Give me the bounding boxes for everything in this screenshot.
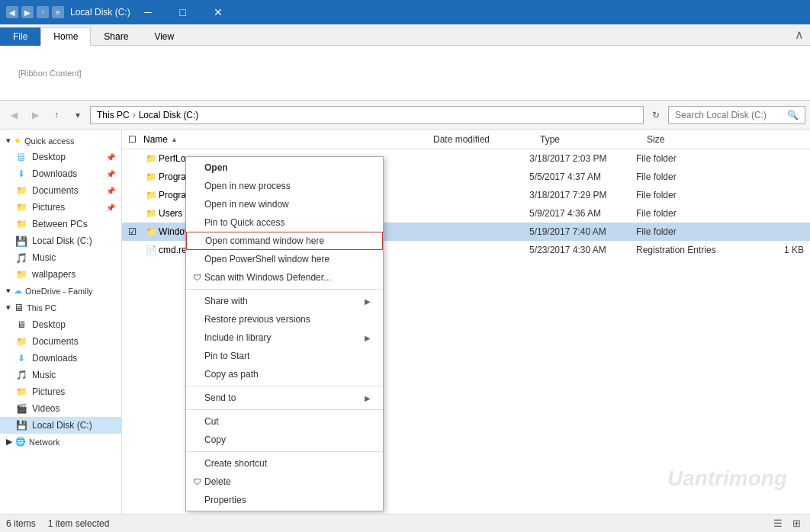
- col-header-size[interactable]: Size: [647, 134, 708, 145]
- status-item-count: 6 items: [6, 518, 36, 529]
- refresh-button[interactable]: ↻: [647, 106, 665, 124]
- nav-up-button[interactable]: ↑: [47, 106, 66, 124]
- nav-back-button[interactable]: ◀: [5, 106, 23, 124]
- ctx-open-powershell[interactable]: Open PowerShell window here: [186, 250, 383, 268]
- ctx-open-window[interactable]: Open in new window: [186, 195, 383, 213]
- ctx-restore-versions[interactable]: Restore previous versions: [186, 310, 383, 328]
- search-box[interactable]: 🔍: [668, 106, 805, 124]
- sidebar-section-onedrive[interactable]: ▾ ☁ OneDrive - Family: [0, 283, 121, 299]
- title-bar-back[interactable]: ◀: [6, 6, 18, 18]
- ctx-copy[interactable]: Copy: [186, 431, 383, 449]
- ctx-pin-start[interactable]: Pin to Start: [186, 347, 383, 365]
- file-type: File folder: [636, 208, 743, 219]
- sidebar-item-betweenpcs[interactable]: 📁 Between PCs: [0, 216, 121, 232]
- view-grid-button[interactable]: ⊞: [789, 516, 804, 531]
- music-icon-qa: 🎵: [15, 252, 27, 264]
- sidebar-item-documents-pc[interactable]: 📁 Documents: [0, 333, 121, 350]
- pin-icon: 📌: [106, 204, 115, 212]
- ctx-delete[interactable]: 🛡 Delete: [186, 473, 383, 491]
- ctx-copy-label: Copy: [204, 434, 226, 445]
- sidebar-item-wallpapers[interactable]: 📁 wallpapers: [0, 266, 121, 283]
- sidebar-item-label: Videos: [32, 403, 59, 414]
- sidebar-item-label: Local Disk (C:): [32, 236, 92, 246]
- folder-icon: 📁: [143, 208, 159, 219]
- nav-recent-button[interactable]: ▾: [69, 106, 87, 124]
- tab-home[interactable]: Home: [40, 27, 91, 46]
- file-type: File folder: [636, 190, 743, 200]
- sidebar-item-desktop-pc[interactable]: 🖥 Desktop: [0, 316, 121, 333]
- ctx-properties[interactable]: Properties: [186, 491, 383, 509]
- context-menu: Open Open in new process Open in new win…: [185, 156, 384, 511]
- view-list-button[interactable]: ☰: [770, 516, 786, 531]
- col-header-name[interactable]: Name ▲: [143, 134, 433, 145]
- ribbon-collapse[interactable]: ∧: [789, 24, 810, 45]
- ctx-include-label: Include in library: [204, 332, 271, 343]
- sidebar-item-localdisk-qa[interactable]: 💾 Local Disk (C:): [0, 232, 121, 249]
- tab-share[interactable]: Share: [91, 27, 141, 46]
- title-bar-menu[interactable]: ≡: [52, 6, 64, 18]
- col-header-type[interactable]: Type: [540, 134, 647, 145]
- sidebar-item-desktop-qa[interactable]: 🖥 Desktop 📌: [0, 149, 121, 165]
- breadcrumb-localdisk[interactable]: Local Disk (C:): [139, 110, 199, 120]
- ctx-open-cmd[interactable]: Open command window here: [186, 232, 383, 250]
- sidebar-item-music-qa[interactable]: 🎵 Music: [0, 249, 121, 266]
- maximize-button[interactable]: □: [166, 0, 201, 24]
- desktop-icon: 🖥: [15, 151, 27, 163]
- col-header-date[interactable]: Date modified: [433, 134, 540, 145]
- sidebar-item-label: Downloads: [32, 353, 77, 364]
- wallpapers-icon: 📁: [15, 268, 27, 280]
- sidebar-item-label: Desktop: [32, 152, 66, 162]
- sidebar-item-music-pc[interactable]: 🎵 Music: [0, 367, 121, 383]
- title-bar-title: Local Disk (C:): [70, 7, 130, 18]
- ctx-pin-quick[interactable]: Pin to Quick access: [186, 213, 383, 232]
- ribbon-tabs: File Home Share View ∧: [0, 24, 810, 46]
- sidebar-section-thispc[interactable]: ▾ 🖥 This PC: [0, 299, 121, 316]
- sidebar-item-downloads-pc[interactable]: ⬇ Downloads: [0, 350, 121, 367]
- ctx-share-with[interactable]: Share with ▶: [186, 292, 383, 310]
- header-checkbox[interactable]: ☐: [128, 134, 143, 145]
- sidebar-item-pictures-pc[interactable]: 📁 Pictures: [0, 383, 121, 400]
- sidebar-item-documents-qa[interactable]: 📁 Documents 📌: [0, 182, 121, 199]
- sidebar-item-pictures-qa[interactable]: 📁 Pictures 📌: [0, 199, 121, 216]
- pictures-icon: 📁: [15, 201, 27, 213]
- sidebar-item-label: Music: [32, 252, 56, 263]
- sidebar-item-downloads-qa[interactable]: ⬇ Downloads 📌: [0, 165, 121, 182]
- documents-pc-icon: 📁: [15, 335, 27, 348]
- ctx-open-powershell-label: Open PowerShell window here: [204, 254, 329, 264]
- ctx-scan-defender[interactable]: 🛡 Scan with Windows Defender...: [186, 268, 383, 287]
- folder-icon: 📁: [143, 190, 159, 200]
- breadcrumb-thispc[interactable]: This PC: [97, 110, 130, 120]
- sort-arrow-icon: ▲: [171, 136, 178, 143]
- delete-icon: 🛡: [191, 477, 203, 486]
- ctx-include-library[interactable]: Include in library ▶: [186, 328, 383, 347]
- ctx-restore-label: Restore previous versions: [204, 314, 310, 325]
- ctx-pin-quick-label: Pin to Quick access: [204, 217, 284, 228]
- row-checkbox-windows[interactable]: ☑: [128, 226, 143, 237]
- sidebar-section-quickaccess[interactable]: ▾ ★ Quick access: [0, 133, 121, 149]
- title-bar-up[interactable]: ↑: [37, 6, 49, 18]
- tab-view[interactable]: View: [141, 27, 187, 46]
- ctx-send-to[interactable]: Send to ▶: [186, 389, 383, 407]
- search-input[interactable]: [675, 110, 787, 120]
- ctx-open-process-label: Open in new process: [204, 181, 291, 191]
- sidebar-section-network[interactable]: ▶ 🌐 Network: [0, 434, 121, 450]
- ctx-cut[interactable]: Cut: [186, 412, 383, 431]
- minimize-button[interactable]: ─: [130, 0, 166, 24]
- ctx-pin-start-label: Pin to Start: [204, 351, 249, 361]
- ctx-open[interactable]: Open: [186, 159, 383, 177]
- close-button[interactable]: ✕: [201, 0, 236, 24]
- sidebar-item-label: Music: [32, 370, 56, 380]
- ctx-sep4: [186, 451, 383, 452]
- nav-forward-button[interactable]: ▶: [26, 106, 44, 124]
- tab-file[interactable]: File: [0, 27, 40, 46]
- videos-pc-icon: 🎬: [15, 402, 27, 415]
- ctx-copy-path[interactable]: Copy as path: [186, 365, 383, 383]
- title-bar-forward[interactable]: ▶: [21, 6, 34, 18]
- sidebar-item-videos-pc[interactable]: 🎬 Videos: [0, 400, 121, 417]
- sidebar-item-localdisk-pc[interactable]: 💾 Local Disk (C:): [0, 417, 121, 434]
- address-path[interactable]: This PC › Local Disk (C:): [90, 106, 644, 124]
- ctx-create-shortcut[interactable]: Create shortcut: [186, 454, 383, 473]
- ctx-delete-label: Delete: [204, 476, 231, 487]
- ctx-open-process[interactable]: Open in new process: [186, 177, 383, 195]
- title-bar: ◀ ▶ ↑ ≡ Local Disk (C:) ─ □ ✕: [0, 0, 810, 24]
